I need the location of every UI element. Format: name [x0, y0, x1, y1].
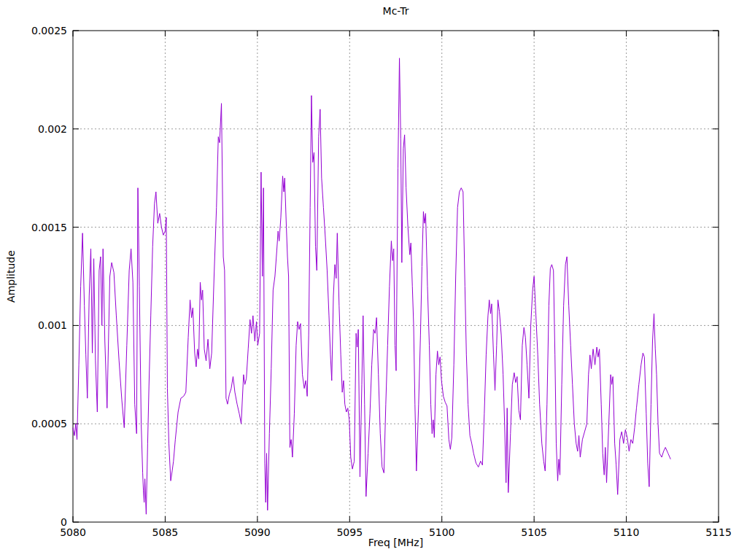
spectrum-chart: 5080508550905095510051055110511500.00050…	[0, 0, 747, 560]
series-line	[73, 58, 670, 514]
y-axis-label: Amplitude	[5, 250, 17, 303]
plot-border	[73, 31, 719, 522]
y-tick-label: 0.0015	[31, 222, 67, 233]
y-tick-label: 0.0025	[31, 25, 67, 36]
chart-title: Mc-Tr	[73, 5, 719, 17]
y-tick-label: 0.0005	[31, 418, 67, 429]
plot-canvas: 5080508550905095510051055110511500.00050…	[0, 0, 747, 560]
y-tick-label: 0.001	[38, 319, 67, 331]
x-axis-label: Freq [MHz]	[73, 537, 719, 548]
y-tick-label: 0.002	[38, 123, 67, 135]
y-tick-label: 0	[61, 516, 67, 528]
